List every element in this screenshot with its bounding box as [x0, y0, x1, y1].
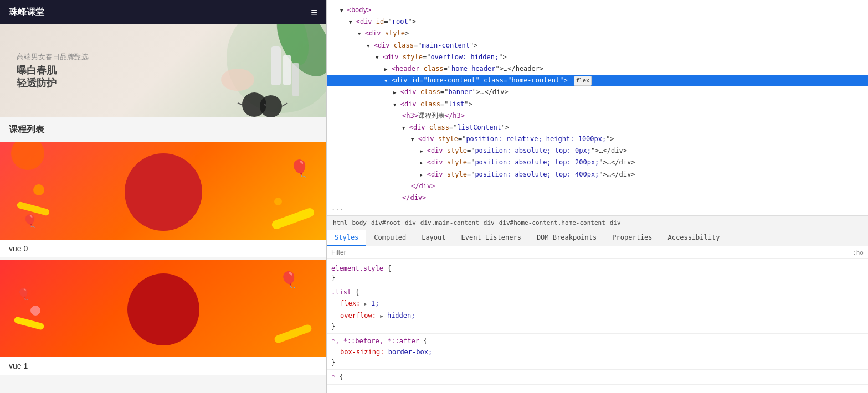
- filter-pseudo: :ho: [852, 249, 864, 256]
- breadcrumb-bar: html body div#root div div.main-content …: [327, 216, 868, 230]
- dom-line-listcontent[interactable]: <div class="listContent">: [327, 122, 868, 133]
- breadcrumb-div-root[interactable]: div#root: [369, 218, 402, 227]
- overflow-arrow[interactable]: ▶: [380, 312, 383, 320]
- mobile-header: 珠峰课堂 ≡: [0, 0, 326, 24]
- triangle-body[interactable]: [340, 7, 343, 14]
- style-selector-universal: *, *::before, *::after {: [327, 336, 868, 346]
- banner-subtitle: 高端男女春日品牌甄选: [17, 52, 89, 62]
- deco-dot-pink: [30, 306, 40, 316]
- style-block-star: * {: [327, 370, 868, 385]
- triangle-root[interactable]: [349, 18, 352, 26]
- tab-computed[interactable]: Computed: [366, 230, 414, 246]
- dom-line-overflow[interactable]: <div style="overflow: hidden;">: [327, 51, 868, 63]
- tab-styles[interactable]: Styles: [327, 230, 366, 246]
- deco-dot-1: [33, 184, 44, 195]
- svg-line-7: [264, 105, 266, 105]
- app-title: 珠峰课堂: [9, 7, 44, 18]
- breadcrumb-div-3[interactable]: div: [608, 218, 623, 227]
- dom-line-root[interactable]: <div id="root">: [327, 16, 868, 28]
- breadcrumb-body[interactable]: body: [351, 218, 369, 227]
- dom-line-abs-200[interactable]: <div style="position: absolute; top: 200…: [327, 157, 868, 168]
- triangle-abs-400[interactable]: [420, 171, 423, 179]
- banner-area: 高端男女春日品牌甄选 曝白春肌轻透防护: [0, 24, 326, 117]
- breadcrumb-div-main[interactable]: div.main-content: [419, 218, 481, 227]
- tab-dom-breakpoints[interactable]: DOM Breakpoints: [529, 230, 604, 246]
- style-rule-overflow: overflow: ▶ hidden;: [327, 309, 868, 322]
- mobile-content[interactable]: 高端男女春日品牌甄选 曝白春肌轻透防护: [0, 24, 326, 393]
- course-card-1[interactable]: 🎈 🎈 vue 1: [0, 260, 326, 375]
- triangle-abs-200[interactable]: [420, 159, 423, 167]
- tab-properties[interactable]: Properties: [604, 230, 660, 246]
- dom-line-list[interactable]: <div class="list">: [327, 99, 868, 110]
- deco-circle-small: [11, 142, 44, 170]
- tab-event-listeners[interactable]: Event Listeners: [454, 230, 529, 246]
- styles-content[interactable]: element.style { } .list { flex: ▶ 1; ove…: [327, 259, 868, 393]
- course-card-0[interactable]: 🎈 🎈 vue 0: [0, 142, 326, 257]
- course-name-1: vue 1: [0, 357, 326, 375]
- deco-dot-2: [274, 198, 282, 205]
- tab-layout[interactable]: Layout: [414, 230, 453, 246]
- svg-rect-3: [283, 55, 291, 85]
- style-selector-star: * {: [327, 372, 868, 382]
- dom-line-banner[interactable]: <div class="banner">…</div>: [327, 86, 868, 98]
- dom-line-body[interactable]: <body>: [327, 4, 868, 16]
- triangle-banner[interactable]: [393, 89, 396, 96]
- hamburger-icon[interactable]: ≡: [311, 6, 317, 19]
- course-image-0: 🎈 🎈: [0, 142, 326, 240]
- tab-accessibility[interactable]: Accessibility: [660, 230, 728, 246]
- course-image-1: 🎈 🎈: [0, 260, 326, 357]
- breadcrumb-html[interactable]: html: [331, 218, 350, 227]
- course-name-0: vue 0: [0, 240, 326, 257]
- triangle-overflow[interactable]: [376, 54, 378, 61]
- balloon-icon-3: 🎈: [279, 271, 299, 289]
- style-close-element: }: [327, 273, 868, 282]
- banner-title: 曝白春肌轻透防护: [17, 64, 89, 90]
- triangle-rel[interactable]: [411, 136, 414, 143]
- dom-tree[interactable]: <body> <div id="root"> <div style> <div …: [327, 0, 868, 216]
- triangle-listcontent[interactable]: [402, 124, 405, 132]
- dom-line-abs-0[interactable]: <div style="position: absolute; top: 0px…: [327, 145, 868, 157]
- dom-line-header[interactable]: <header class="home-header">…</header>: [327, 63, 868, 75]
- banner-text: 高端男女春日品牌甄选 曝白春肌轻透防护: [17, 52, 89, 90]
- dom-line-div-style[interactable]: <div style>: [327, 28, 868, 39]
- triangle-header[interactable]: [384, 65, 387, 73]
- mobile-preview: 珠峰课堂 ≡ 高端男女春日品牌甄选 曝白春肌轻透防护: [0, 0, 327, 393]
- deco-bar-1: [271, 207, 316, 230]
- balloon-icon: 🎈: [289, 159, 310, 178]
- style-rule-boxsizing: box-sizing: border-box;: [327, 346, 868, 358]
- style-rule-flex: flex: ▶ 1;: [327, 297, 868, 309]
- style-close-list: }: [327, 322, 868, 331]
- devtools-panel: <body> <div id="root"> <div style> <div …: [327, 0, 868, 393]
- style-close-universal: }: [327, 358, 868, 367]
- course-label: 课程列表: [0, 117, 326, 140]
- style-selector-list: .list {: [327, 287, 868, 297]
- svg-rect-2: [271, 46, 281, 85]
- deco-circle-big: [125, 153, 202, 231]
- breadcrumb-div[interactable]: div: [403, 218, 418, 227]
- dom-line-close-rel: </div>: [327, 180, 868, 192]
- svg-point-6: [260, 95, 282, 117]
- flex-arrow[interactable]: ▶: [364, 300, 367, 308]
- deco-bar-2-1: [13, 316, 44, 330]
- svg-line-9: [282, 103, 287, 106]
- filter-input[interactable]: [331, 249, 852, 256]
- balloon-icon-2: 🎈: [22, 214, 37, 229]
- triangle-main[interactable]: [367, 42, 369, 50]
- flex-badge: flex: [574, 76, 592, 86]
- ellipsis-line: ...: [327, 204, 868, 213]
- dom-line-home-content[interactable]: <div id="home-content" class="home-conte…: [327, 75, 868, 86]
- dom-line-rel-div[interactable]: <div style="position: relative; height: …: [327, 133, 868, 145]
- dom-line-abs-400[interactable]: <div style="position: absolute; top: 400…: [327, 169, 868, 180]
- triangle-list[interactable]: [393, 101, 396, 108]
- deco-bar-1-1: [274, 323, 313, 344]
- deco-circle-big-1: [127, 273, 199, 345]
- style-block-element: element.style { }: [327, 261, 868, 285]
- triangle-home[interactable]: [384, 77, 387, 85]
- triangle-abs-0[interactable]: [420, 147, 423, 155]
- breadcrumb-div-2[interactable]: div: [482, 218, 496, 227]
- dom-line-h3[interactable]: <h3>课程列表</h3>: [327, 110, 868, 122]
- triangle-div-style[interactable]: [358, 30, 361, 38]
- breadcrumb-div-home[interactable]: div#home-content.home-content: [497, 218, 607, 227]
- balloon-icon-4: 🎈: [17, 287, 30, 301]
- dom-line-main-content[interactable]: <div class="main-content">: [327, 40, 868, 51]
